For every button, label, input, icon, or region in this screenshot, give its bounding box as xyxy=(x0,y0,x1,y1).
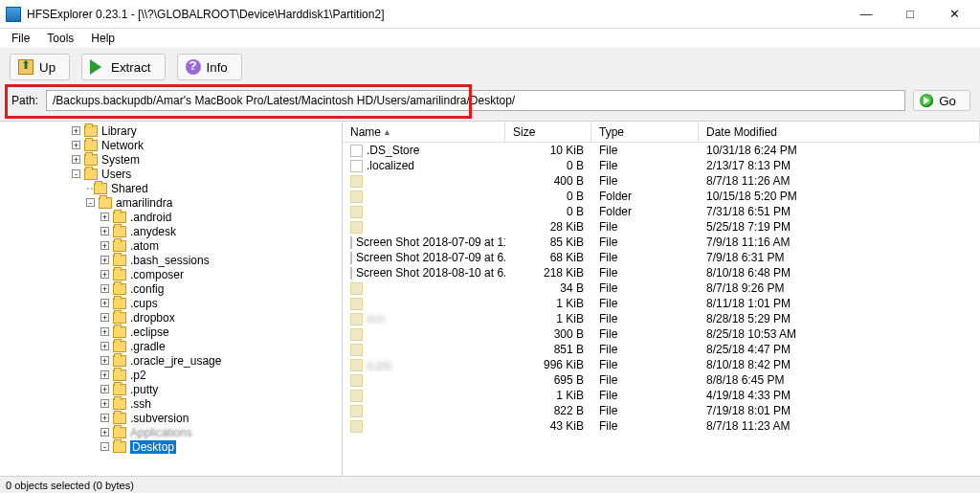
up-label: Up xyxy=(39,60,56,75)
expand-icon[interactable]: + xyxy=(100,227,109,235)
go-button[interactable]: Go xyxy=(913,90,970,111)
up-button[interactable]: Up xyxy=(10,54,70,80)
list-item[interactable]: 822 BFile7/19/18 8:01 PM xyxy=(343,403,980,418)
tree-item-p2[interactable]: +.p2 xyxy=(0,368,342,382)
expand-icon[interactable]: + xyxy=(100,270,109,279)
list-item[interactable]: 1 KiBFile4/19/18 4:33 PM xyxy=(343,388,980,403)
tree-item-android[interactable]: +.android xyxy=(0,210,342,224)
list-body[interactable]: .DS_Store10 KiBFile10/31/18 6:24 PM.loca… xyxy=(343,143,980,476)
list-item[interactable]: 695 BFile8/8/18 6:45 PM xyxy=(343,372,980,388)
tree-item-cups[interactable]: +.cups xyxy=(0,296,342,310)
list-item[interactable]: tion1 KiBFile8/28/18 5:29 PM xyxy=(343,311,980,326)
tree-label: .oracle_jre_usage xyxy=(130,354,221,368)
expand-icon[interactable]: + xyxy=(72,141,80,149)
expand-icon[interactable]: + xyxy=(100,213,109,221)
list-item[interactable]: 43 KiBFile8/7/18 11:23 AM xyxy=(343,418,980,434)
tree-pane[interactable]: +Library+Network+System-Users⋯Shared-ama… xyxy=(0,122,343,476)
tree-item-gradle[interactable]: +.gradle xyxy=(0,339,342,353)
tree-item-anydesk[interactable]: +.anydesk xyxy=(0,224,342,238)
tree-item-putty[interactable]: +.putty xyxy=(0,382,342,396)
file-type: File xyxy=(591,281,699,295)
list-item[interactable]: 0 BFolder10/15/18 5:20 PM xyxy=(343,189,980,204)
tree-item-config[interactable]: +.config xyxy=(0,281,342,296)
expand-icon[interactable]: + xyxy=(100,241,109,250)
tree-item-system[interactable]: +System xyxy=(0,152,342,167)
tree-item-oracle-jre-usage[interactable]: +.oracle_jre_usage xyxy=(0,353,342,368)
expand-icon[interactable]: + xyxy=(100,428,109,437)
tree-label: System xyxy=(101,153,140,167)
column-date[interactable]: Date Modified xyxy=(699,122,980,142)
path-input[interactable] xyxy=(46,90,905,111)
column-size[interactable]: Size xyxy=(505,122,591,142)
file-type: Folder xyxy=(591,190,699,203)
file-type: File xyxy=(591,159,699,172)
info-button[interactable]: Info xyxy=(177,54,242,80)
collapse-icon[interactable]: - xyxy=(100,442,109,451)
list-item[interactable]: Screen Shot 2018-08-10 at 6.47.218 KiBFi… xyxy=(343,265,980,280)
file-size: 0 B xyxy=(505,205,591,218)
file-name: Screen Shot 2018-08-10 at 6.47. xyxy=(356,266,505,280)
expand-icon[interactable]: + xyxy=(100,313,109,322)
expand-icon[interactable]: + xyxy=(100,342,109,350)
file-size: 1 KiB xyxy=(505,297,591,310)
list-item[interactable]: 28 KiBFile5/25/18 7:19 PM xyxy=(343,219,980,235)
expand-icon[interactable]: + xyxy=(100,385,109,393)
list-item[interactable]: 0 BFolder7/31/18 6:51 PM xyxy=(343,204,980,219)
tree-label: .composer xyxy=(130,268,184,281)
tree-item-atom[interactable]: +.atom xyxy=(0,238,342,253)
maximize-button[interactable]: □ xyxy=(888,1,932,28)
list-item[interactable]: 851 BFile8/25/18 4:47 PM xyxy=(343,342,980,357)
collapse-icon[interactable]: - xyxy=(86,198,95,207)
tree-label: .ssh xyxy=(130,397,151,411)
expand-icon[interactable]: + xyxy=(100,256,109,264)
list-item[interactable]: g.jpg996 KiBFile8/10/18 8:42 PM xyxy=(343,357,980,372)
list-item[interactable]: Screen Shot 2018-07-09 at 6.31.68 KiBFil… xyxy=(343,250,980,265)
tree-item-ssh[interactable]: +.ssh xyxy=(0,396,342,411)
list-item[interactable]: 300 BFile8/25/18 10:53 AM xyxy=(343,326,980,342)
minimize-button[interactable]: — xyxy=(844,1,888,28)
list-item[interactable]: .DS_Store10 KiBFile10/31/18 6:24 PM xyxy=(343,143,980,158)
expand-icon[interactable]: + xyxy=(72,126,80,135)
file-name xyxy=(367,190,398,203)
tree-label: Library xyxy=(101,124,137,138)
tree-item-composer[interactable]: +.composer xyxy=(0,267,342,281)
expand-icon[interactable]: + xyxy=(100,356,109,365)
tree-item-bash-sessions[interactable]: +.bash_sessions xyxy=(0,253,342,267)
tree-item-library[interactable]: +Library xyxy=(0,123,342,138)
status-text: 0 objects selected (0 bytes) xyxy=(6,480,134,491)
file-name xyxy=(367,343,398,356)
list-item[interactable]: .localized0 BFile2/13/17 8:13 PM xyxy=(343,158,980,173)
menu-tools[interactable]: Tools xyxy=(39,30,81,47)
menu-file[interactable]: File xyxy=(4,30,37,47)
expand-icon[interactable]: + xyxy=(100,370,109,379)
collapse-icon[interactable]: - xyxy=(72,169,80,178)
expand-icon[interactable]: + xyxy=(100,284,109,293)
folder-icon xyxy=(113,441,126,453)
extract-button[interactable]: Extract xyxy=(81,54,165,80)
tree-item-users[interactable]: -Users xyxy=(0,167,342,181)
list-item[interactable]: 1 KiBFile8/11/18 1:01 PM xyxy=(343,296,980,311)
close-button[interactable]: ✕ xyxy=(932,1,976,28)
file-size: 0 B xyxy=(505,190,591,203)
tree-item-desktop[interactable]: -Desktop xyxy=(0,439,342,454)
expand-icon[interactable]: + xyxy=(100,327,109,336)
menu-help[interactable]: Help xyxy=(83,30,122,47)
list-item[interactable]: 400 BFile8/7/18 11:26 AM xyxy=(343,173,980,189)
column-type[interactable]: Type xyxy=(591,122,699,142)
list-item[interactable]: Screen Shot 2018-07-09 at 11.1585 KiBFil… xyxy=(343,235,980,250)
tree-item-shared[interactable]: ⋯Shared xyxy=(0,181,342,195)
expand-icon[interactable]: + xyxy=(100,414,109,422)
expand-icon[interactable]: + xyxy=(100,399,109,408)
file-size: 1 KiB xyxy=(505,389,591,402)
column-name[interactable]: Name ▲ xyxy=(343,122,505,142)
tree-item-eclipse[interactable]: +.eclipse xyxy=(0,325,342,339)
tree-item-network[interactable]: +Network xyxy=(0,138,342,152)
list-item[interactable]: 34 BFile8/7/18 9:26 PM xyxy=(343,280,980,296)
tree-item-subversion[interactable]: +.subversion xyxy=(0,411,342,425)
expand-icon[interactable]: + xyxy=(72,155,80,164)
tree-item-dropbox[interactable]: +.dropbox xyxy=(0,310,342,325)
file-icon xyxy=(350,206,363,218)
tree-item-applications[interactable]: +Applications xyxy=(0,425,342,439)
expand-icon[interactable]: + xyxy=(100,299,109,307)
tree-item-amarilindra[interactable]: -amarilindra xyxy=(0,195,342,210)
